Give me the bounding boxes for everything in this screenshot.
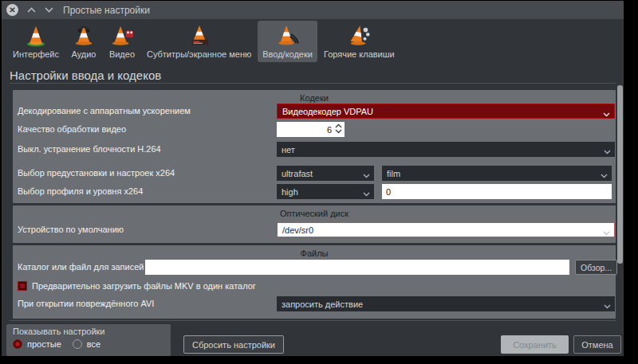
deblock-label: Выкл. устранение блочности H.264: [18, 142, 161, 157]
record-dir-input[interactable]: [145, 260, 569, 275]
video-quality-label: Качество обработки видео: [18, 122, 126, 137]
tab-interface[interactable]: Интерфейс: [8, 21, 64, 62]
chevron-down-icon: [604, 147, 611, 156]
x264-preset-value: ultrafast: [282, 169, 313, 178]
x264-tune-value: film: [387, 169, 400, 178]
reset-settings-button[interactable]: Сбросить настройки: [183, 335, 284, 354]
chevron-down-icon: [603, 228, 610, 237]
footer-separator: [10, 320, 616, 321]
default-device-value: /dev/sr0: [282, 225, 313, 235]
tab-audio[interactable]: Аудио: [65, 21, 102, 62]
default-device-label: Устройство по умолчанию: [18, 222, 124, 237]
vlc-cone-audio-icon: [70, 24, 97, 48]
x264-level-input[interactable]: [382, 184, 612, 199]
vlc-cone-video-icon: [108, 24, 136, 48]
titlebar: ✕ Простые настройки: [2, 1, 624, 19]
tab-audio-label: Аудио: [71, 49, 96, 59]
tab-subtitles-osd-label: Субтитры/экранное меню: [147, 49, 251, 59]
preload-mkv-checkbox[interactable]: [18, 281, 27, 291]
window-title: Простые настройки: [63, 5, 150, 16]
tab-input-codecs[interactable]: Ввод/кодеки: [258, 21, 317, 62]
vlc-cone-interface-icon: [22, 24, 49, 48]
spin-down-icon[interactable]: [335, 129, 342, 134]
vlc-cone-input-codecs-icon: [274, 24, 301, 48]
tab-subtitles-osd[interactable]: Субтитры/экранное меню: [142, 21, 256, 62]
page-title: Настройки ввода и кодеков: [10, 68, 161, 82]
tab-hotkeys-label: Горячие клавиши: [324, 49, 395, 59]
tab-hotkeys[interactable]: Горячие клавиши: [319, 21, 400, 62]
files-group-title: Файлы: [13, 249, 616, 258]
radio-simple-label: простые: [27, 339, 61, 349]
damaged-avi-select[interactable]: запросить действие: [277, 296, 615, 311]
chevron-down-icon: [604, 301, 611, 311]
radio-simple-settings[interactable]: [13, 339, 22, 349]
preload-mkv-label: Предварительно загрузить файлы MKV в оди…: [32, 281, 256, 292]
show-settings-label: Показывать настройки: [13, 327, 164, 336]
video-quality-value: 6: [327, 125, 332, 135]
heading-separator: [10, 83, 616, 84]
cancel-button[interactable]: Отмена: [573, 335, 621, 354]
shade-down-icon[interactable]: [45, 7, 53, 13]
x264-profile-label: Выбор профиля и уровня x264: [18, 184, 143, 199]
record-dir-label: Каталог или файл для записей: [18, 260, 144, 275]
x264-profile-select[interactable]: high: [277, 184, 374, 199]
show-settings-group: Показывать настройки простые все: [6, 324, 171, 356]
hw-decoding-label: Декодирование с аппаратным ускорением: [18, 104, 191, 119]
optical-disc-group-title: Оптический диск: [13, 209, 616, 218]
deblock-value: нет: [282, 145, 295, 155]
tab-input-codecs-label: Ввод/кодеки: [262, 49, 313, 59]
codecs-group: Кодеки Декодирование с аппаратным ускоре…: [13, 90, 616, 203]
optical-disc-group: Оптический диск Устройство по умолчанию …: [13, 205, 616, 243]
damaged-avi-label: При открытии повреждённого AVI: [18, 296, 154, 311]
shade-up-icon[interactable]: [27, 7, 36, 13]
files-group: Файлы Каталог или файл для записей Обзор…: [13, 245, 616, 319]
x264-profile-value: high: [282, 187, 298, 197]
codecs-group-title: Кодеки: [13, 93, 616, 103]
video-quality-stepper[interactable]: 6: [277, 122, 345, 137]
vlc-cone-hotkeys-icon: [345, 24, 372, 48]
deblock-select[interactable]: нет: [277, 142, 615, 157]
damaged-avi-value: запросить действие: [282, 299, 363, 309]
chevron-down-icon: [363, 170, 370, 180]
tab-interface-label: Интерфейс: [13, 49, 59, 59]
tab-video[interactable]: Видео: [104, 21, 140, 62]
chevron-down-icon: [603, 109, 610, 119]
close-icon[interactable]: ✕: [6, 4, 18, 16]
x264-preset-select[interactable]: ultrafast: [277, 166, 374, 181]
spin-up-icon[interactable]: [335, 123, 342, 128]
preferences-toolbar: Интерфейс Аудио Видео Субтитры/экранное …: [2, 19, 624, 65]
tab-video-label: Видео: [109, 49, 135, 59]
vertical-scrollbar[interactable]: [617, 85, 623, 264]
browse-button[interactable]: Обзор...: [575, 260, 617, 275]
default-device-combobox[interactable]: /dev/sr0: [277, 222, 615, 237]
chevron-down-icon: [363, 189, 370, 198]
preferences-window: ✕ Простые настройки Интерфейс Аудио Виде…: [2, 1, 624, 356]
vlc-cone-subtitles-icon: [186, 24, 213, 48]
x264-preset-label: Выбор предустановки и настроек x264: [18, 166, 175, 181]
hw-decoding-value: Видеодекодер VDPAU: [282, 107, 373, 116]
chevron-down-icon: [601, 170, 608, 180]
hw-decoding-select[interactable]: Видеодекодер VDPAU: [277, 104, 615, 119]
radio-all-settings[interactable]: [73, 339, 82, 349]
radio-all-label: все: [87, 339, 100, 349]
x264-tune-select[interactable]: film: [382, 166, 612, 181]
save-button[interactable]: Сохранить: [501, 335, 569, 354]
